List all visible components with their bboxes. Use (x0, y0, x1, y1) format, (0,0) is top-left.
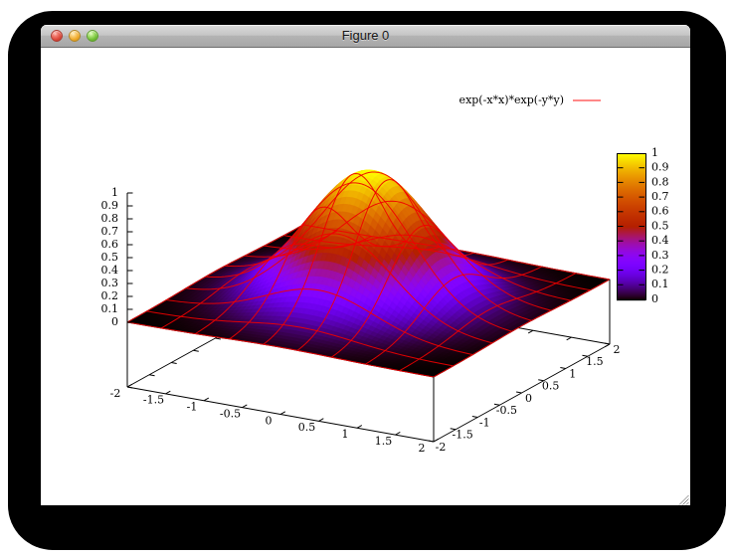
plot-canvas (41, 48, 690, 505)
screenshot-root: Figure 0 (0, 0, 732, 560)
plot-area (41, 48, 690, 505)
titlebar[interactable]: Figure 0 (41, 25, 690, 48)
figure-window: Figure 0 (41, 25, 690, 505)
resize-grip[interactable] (676, 492, 689, 505)
window-title: Figure 0 (41, 25, 690, 47)
